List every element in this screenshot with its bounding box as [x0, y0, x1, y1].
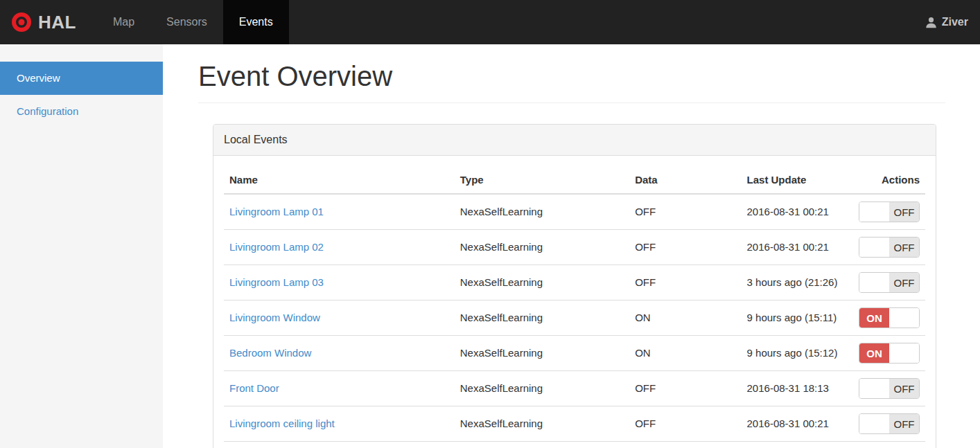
toggle-switch[interactable]: ON [859, 307, 920, 328]
toggle-state-label: OFF [889, 414, 919, 433]
events-table: Name Type Data Last Update Actions Livin… [224, 166, 925, 448]
event-data: OFF [629, 371, 741, 406]
toggle-handle [889, 343, 919, 363]
event-name-link[interactable]: Livingroom Lamp 03 [229, 276, 324, 288]
event-type: NexaSelfLearning [455, 265, 629, 301]
column-header-actions: Actions [853, 166, 925, 194]
column-header-last-update: Last Update [742, 166, 853, 194]
event-last-update: 2016-08-31 00:21 [742, 406, 853, 442]
local-events-panel: Local Events Name Type Data Last Update … [213, 124, 936, 448]
toggle-switch[interactable]: ON [859, 343, 920, 364]
user-icon [925, 17, 937, 28]
toggle-state-label: OFF [889, 273, 919, 292]
toggle-switch[interactable]: OFF [859, 272, 920, 293]
panel-title: Local Events [213, 125, 936, 156]
event-last-update: 2016-08-31 00:21 [742, 194, 853, 230]
event-type: NexaSelfLearning [455, 336, 629, 371]
toggle-state-label: OFF [889, 238, 919, 257]
event-name-link[interactable]: Livingroom ceiling light [229, 418, 335, 429]
toggle-state-label: OFF [889, 379, 919, 398]
toggle-state-label: ON [859, 308, 889, 328]
event-data: OFF [629, 406, 741, 442]
main-content: Event Overview Local Events Name Type Da… [163, 44, 980, 448]
top-navbar: HAL Map Sensors Events Ziver [0, 0, 980, 44]
hal-logo-icon [11, 12, 32, 33]
column-header-data: Data [629, 166, 741, 194]
event-last-update: 2016-08-31 00:21 [742, 230, 853, 265]
table-row: Livingroom Window NexaSelfLearning ON 9 … [224, 301, 925, 336]
event-type: NexaSelfLearning [455, 230, 629, 265]
event-type: NexaSelfLearning [455, 301, 629, 336]
table-row: Livingroom Lamp 03 NexaSelfLearning OFF … [224, 265, 925, 301]
event-last-update: 9 hours ago (15:12) [742, 336, 853, 371]
event-data: OFF [629, 442, 741, 448]
sidebar-item-configuration[interactable]: Configuration [0, 95, 163, 128]
page-title: Event Overview [198, 61, 945, 103]
event-type: NexaSelfLearning [455, 442, 629, 448]
panel-body: Name Type Data Last Update Actions Livin… [213, 156, 936, 448]
column-header-name: Name [224, 166, 455, 194]
brand-title: HAL [38, 12, 76, 33]
event-last-update: 9 hours ago (15:11) [742, 301, 853, 336]
table-header-row: Name Type Data Last Update Actions [224, 166, 925, 194]
event-name-link[interactable]: Front Door [229, 382, 279, 394]
page-layout: Overview Configuration Event Overview Lo… [0, 44, 980, 448]
event-data: OFF [629, 265, 741, 301]
navbar-menu: Map Sensors Events [97, 0, 289, 44]
table-row: Diningroom ceiling light NexaSelfLearnin… [224, 442, 925, 448]
user-name: Ziver [942, 16, 968, 28]
toggle-switch[interactable]: OFF [859, 413, 920, 434]
event-last-update: 3 hours ago (21:26) [742, 265, 853, 301]
nav-item-map[interactable]: Map [97, 0, 150, 44]
user-menu[interactable]: Ziver [925, 0, 980, 44]
table-row: Livingroom ceiling light NexaSelfLearnin… [224, 406, 925, 442]
event-name-link[interactable]: Livingroom Window [229, 312, 320, 323]
event-name-link[interactable]: Livingroom Lamp 02 [229, 241, 324, 253]
toggle-switch[interactable]: OFF [859, 201, 920, 222]
event-last-update: 2016-08-31 00:21 [742, 442, 853, 448]
event-name-link[interactable]: Livingroom Lamp 01 [229, 206, 324, 217]
event-data: ON [629, 336, 741, 371]
toggle-handle [859, 202, 889, 222]
column-header-type: Type [455, 166, 629, 194]
event-data: OFF [629, 230, 741, 265]
toggle-handle [859, 414, 889, 433]
toggle-state-label: ON [859, 343, 889, 363]
toggle-handle [859, 379, 889, 398]
toggle-handle [859, 238, 889, 257]
event-name-link[interactable]: Bedroom Window [229, 347, 311, 359]
table-row: Livingroom Lamp 01 NexaSelfLearning OFF … [224, 194, 925, 230]
brand[interactable]: HAL [0, 0, 86, 44]
event-data: ON [629, 301, 741, 336]
toggle-state-label: OFF [889, 202, 919, 222]
table-row: Livingroom Lamp 02 NexaSelfLearning OFF … [224, 230, 925, 265]
toggle-handle [859, 273, 889, 292]
event-type: NexaSelfLearning [455, 194, 629, 230]
sidebar-item-overview[interactable]: Overview [0, 62, 163, 95]
event-data: OFF [629, 194, 741, 230]
sidebar: Overview Configuration [0, 44, 163, 448]
event-type: NexaSelfLearning [455, 406, 629, 442]
sidebar-nav: Overview Configuration [0, 62, 163, 128]
toggle-switch[interactable]: OFF [859, 378, 920, 399]
table-row: Bedroom Window NexaSelfLearning ON 9 hou… [224, 336, 925, 371]
toggle-handle [889, 308, 919, 328]
nav-item-sensors[interactable]: Sensors [150, 0, 223, 44]
toggle-switch[interactable]: OFF [859, 237, 920, 258]
event-last-update: 2016-08-31 18:13 [742, 371, 853, 406]
nav-item-events[interactable]: Events [223, 0, 289, 44]
table-row: Front Door NexaSelfLearning OFF 2016-08-… [224, 371, 925, 406]
event-type: NexaSelfLearning [455, 371, 629, 406]
